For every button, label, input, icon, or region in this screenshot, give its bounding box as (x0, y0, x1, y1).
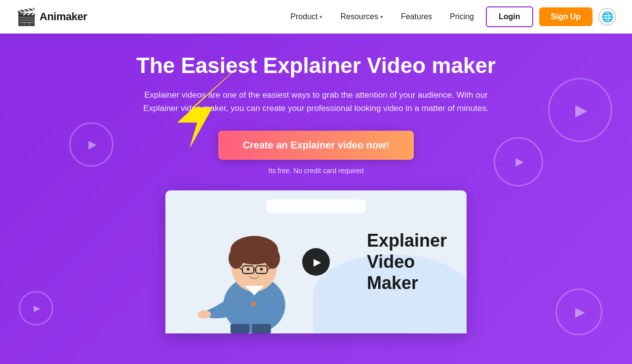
play-icon: ▶ (314, 256, 321, 268)
logo-text: Animaker (40, 10, 87, 23)
svg-rect-17 (252, 324, 271, 333)
play-icon: ▶ (515, 155, 524, 168)
play-icon: ▶ (34, 303, 40, 314)
hero-title: The Easiest Explainer Video maker (136, 53, 496, 78)
play-icon: ▶ (575, 101, 588, 119)
cta-button[interactable]: Create an Explainer video now! (218, 131, 414, 160)
signup-button[interactable]: Sign Up (539, 7, 592, 26)
play-icon: ▶ (575, 304, 585, 320)
play-icon: ▶ (88, 138, 97, 151)
hero-note: Its free. No credit card required (269, 167, 364, 175)
logo-icon: 🎬 (16, 7, 37, 27)
language-selector[interactable]: 🌐 (598, 8, 616, 26)
svg-point-14 (198, 310, 211, 319)
deco-circle-right-mid: ▶ (494, 137, 543, 186)
nav-links: Product ▾ Resources ▾ Features Pricing (290, 12, 474, 21)
navigation: 🎬 Animaker Product ▾ Resources ▾ Feature… (0, 0, 632, 34)
nav-product[interactable]: Product ▾ (290, 12, 322, 21)
logo[interactable]: 🎬 Animaker (16, 7, 87, 27)
hero-section: ▶ ▶ ▶ ▶ ▶ The Easiest Explainer Video ma… (0, 34, 632, 364)
deco-circle-bottom-left: ▶ (19, 291, 53, 326)
svg-rect-16 (231, 324, 250, 333)
svg-point-12 (247, 268, 250, 271)
nav-resources[interactable]: Resources ▾ (340, 12, 383, 21)
deco-circle-left: ▶ (69, 122, 114, 167)
login-button[interactable]: Login (486, 6, 533, 27)
svg-point-13 (260, 268, 263, 271)
nav-features[interactable]: Features (401, 12, 432, 21)
nav-pricing[interactable]: Pricing (450, 12, 474, 21)
svg-point-15 (251, 301, 256, 306)
deco-circle-right-large: ▶ (548, 78, 612, 142)
video-label: Explainer Video Maker (367, 230, 447, 294)
chevron-down-icon: ▾ (319, 14, 322, 20)
svg-point-6 (265, 248, 280, 268)
hero-subtitle: Explainer videos are one of the easiest … (143, 88, 489, 115)
chevron-down-icon: ▾ (380, 14, 383, 20)
deco-circle-bottom-right: ▶ (555, 289, 602, 335)
play-button[interactable]: ▶ (302, 248, 330, 276)
video-preview: Explainer Video Maker ▶ (165, 190, 467, 333)
svg-point-5 (229, 248, 244, 268)
nav-actions: Login Sign Up 🌐 (486, 6, 616, 27)
